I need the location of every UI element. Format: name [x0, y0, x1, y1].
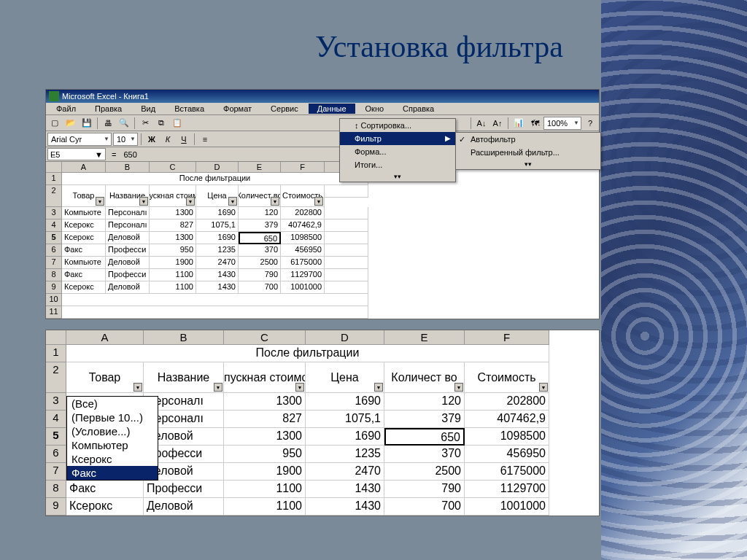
menu-filter[interactable]: Фильтр▶	[340, 132, 455, 145]
filter-arrow-icon[interactable]: ▼	[539, 383, 548, 392]
paste-icon[interactable]: 📋	[170, 117, 185, 130]
italic-button[interactable]: К	[160, 133, 175, 146]
print-icon[interactable]: 🖶	[101, 117, 115, 130]
hdr-otp[interactable]: Отпускная стоимост▼	[150, 185, 196, 207]
title-cell[interactable]: После фильтрации	[62, 173, 368, 185]
zoom-combo[interactable]: 100%▼	[543, 117, 581, 130]
menu-insert[interactable]: Вставка	[166, 104, 213, 114]
help-icon[interactable]: ?	[583, 117, 597, 130]
filter-arrow-icon[interactable]: ▼	[214, 383, 222, 392]
menu-form[interactable]: Форма...	[340, 145, 455, 158]
menu-edit[interactable]: Правка	[86, 104, 131, 114]
filter-arrow-icon[interactable]: ▼	[186, 197, 195, 206]
filter-arrow-icon[interactable]: ▼	[228, 197, 237, 206]
filter-arrow-icon[interactable]: ▼	[374, 383, 383, 392]
copy-icon[interactable]: ⧉	[154, 117, 169, 130]
menu-data[interactable]: Данные	[309, 104, 355, 114]
hdr-qty[interactable]: Количест во▼	[239, 185, 281, 207]
col-D[interactable]: D	[196, 162, 239, 173]
filter-arrow-icon[interactable]: ▼	[314, 197, 323, 206]
menu-help[interactable]: Справка	[394, 104, 443, 114]
col-B[interactable]: B	[106, 162, 150, 173]
menu-sort[interactable]: ↕ Сортировка...	[340, 119, 455, 132]
menu-totals[interactable]: Итоги...	[340, 158, 455, 171]
data-dropdown: ↕ Сортировка... Фильтр▶ Форма... Итоги..…	[339, 118, 456, 182]
window-titlebar: Microsoft Excel - Книга1	[46, 90, 599, 103]
filter-arrow-icon[interactable]: ▼	[295, 383, 304, 392]
name-box[interactable]: E5▼	[47, 148, 106, 160]
col-F[interactable]: F	[281, 162, 325, 173]
filter-item-selected[interactable]: Факс	[67, 466, 158, 480]
submenu-expand-icon[interactable]: ▾▾	[456, 159, 600, 169]
cell[interactable]: Персоналı	[106, 207, 150, 219]
hdr-cost[interactable]: Стоимость▼	[281, 185, 325, 207]
active-cell[interactable]: 650	[384, 428, 465, 446]
cut-icon[interactable]: ✂	[138, 117, 152, 130]
window-title: Microsoft Excel - Книга1	[62, 92, 149, 101]
autofilter-dropdown[interactable]: (Все) (Первые 10...) (Условие...) Компью…	[66, 396, 158, 481]
filter-item[interactable]: Ксерокс	[67, 452, 158, 466]
select-all-corner[interactable]	[46, 330, 66, 345]
standard-toolbar: ▢ 📂 💾 🖶 🔍 ✂ ⧉ 📋 A↓ A↑ 📊 🗺 100%▼ ?	[46, 115, 599, 131]
font-combo[interactable]: Arial Cyr▼	[47, 133, 112, 146]
bold-button[interactable]: Ж	[144, 133, 159, 146]
col-A[interactable]: A	[62, 162, 106, 173]
cell[interactable]: 120	[239, 207, 281, 219]
cell[interactable]: Компьюте	[62, 207, 106, 219]
col-E[interactable]: E	[239, 162, 281, 173]
menu-tools[interactable]: Сервис	[262, 104, 307, 114]
new-icon[interactable]: ▢	[47, 117, 62, 130]
map-icon[interactable]: 🗺	[527, 117, 542, 130]
align-left-icon[interactable]: ≡	[198, 133, 212, 146]
filter-arrow-icon[interactable]: ▼	[454, 383, 463, 392]
row-1[interactable]: 1	[46, 173, 62, 185]
sort-asc-icon[interactable]: A↓	[474, 117, 489, 130]
filter-item[interactable]: Компьютер	[67, 438, 158, 452]
filter-all[interactable]: (Все)	[67, 397, 158, 411]
row-2[interactable]: 2	[46, 185, 62, 207]
hdr-price[interactable]: Цена▼	[196, 185, 239, 207]
filter-arrow-icon[interactable]: ▼	[133, 383, 142, 392]
chart-icon[interactable]: 📊	[511, 117, 526, 130]
formula-value[interactable]: 650	[120, 150, 136, 159]
font-size-combo[interactable]: 10▼	[113, 133, 138, 146]
filter-arrow-icon[interactable]: ▼	[271, 197, 279, 206]
submenu-advanced[interactable]: Расширенный фильтр...	[456, 146, 600, 159]
filter-arrow-icon[interactable]: ▼	[96, 197, 104, 206]
filter-submenu: ✓Автофильтр Расширенный фильтр... ▾▾	[455, 132, 601, 170]
filter-arrow-icon[interactable]: ▼	[139, 197, 148, 206]
sort-desc-icon[interactable]: A↑	[490, 117, 505, 130]
menu-format[interactable]: Формат	[214, 104, 260, 114]
col-C[interactable]: C	[150, 162, 196, 173]
excel-window-top: Microsoft Excel - Книга1 Файл Правка Вид…	[45, 89, 600, 319]
menu-file[interactable]: Файл	[47, 104, 85, 114]
excel-icon	[49, 91, 59, 101]
save-icon[interactable]: 💾	[80, 117, 94, 130]
underline-button[interactable]: Ч	[177, 133, 191, 146]
menu-window[interactable]: Окно	[357, 104, 393, 114]
row-3[interactable]: 3	[46, 207, 62, 219]
menu-view[interactable]: Вид	[132, 104, 164, 114]
filter-condition[interactable]: (Условие...)	[67, 424, 158, 438]
select-all-corner[interactable]	[46, 162, 62, 173]
menu-expand-icon[interactable]: ▾▾	[340, 171, 455, 182]
menu-bar: Файл Правка Вид Вставка Формат Сервис Да…	[46, 103, 599, 115]
excel-zoom-bottom: A B C D E F 1 После фильтрации 2 Товар▼ …	[45, 330, 600, 516]
open-icon[interactable]: 📂	[63, 117, 78, 130]
cell[interactable]: 1300	[150, 207, 196, 219]
active-cell[interactable]: 650	[239, 232, 281, 244]
decorative-wave-art	[601, 0, 747, 560]
cell[interactable]: 202800	[281, 207, 325, 219]
submenu-autofilter[interactable]: ✓Автофильтр	[456, 133, 600, 146]
hdr-tovar[interactable]: Товар▼	[62, 185, 106, 207]
preview-icon[interactable]: 🔍	[117, 117, 131, 130]
cell[interactable]: 1690	[196, 207, 239, 219]
spreadsheet-top[interactable]: A B C D E F G 1 После фильтрации 2 Товар…	[46, 162, 599, 319]
hdr-nazv[interactable]: Название▼	[106, 185, 150, 207]
equals-label: =	[107, 150, 120, 159]
filter-top10[interactable]: (Первые 10...)	[67, 411, 158, 424]
